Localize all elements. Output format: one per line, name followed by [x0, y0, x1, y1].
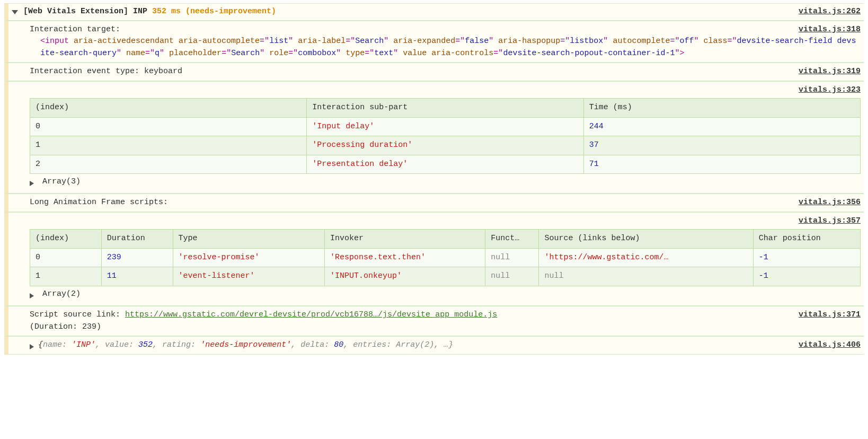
table-cell: 2	[30, 155, 307, 174]
event-type-text: Interaction event type: keyboard	[30, 66, 182, 78]
script-src-url[interactable]: https://www.gstatic.com/devrel-devsite/p…	[125, 310, 497, 319]
source-link[interactable]: vitals.js:371	[788, 309, 861, 333]
column-header[interactable]: (index)	[30, 99, 307, 118]
table-cell: 239	[101, 248, 173, 267]
source-link[interactable]: vitals.js:319	[788, 66, 861, 78]
table-cell: null	[485, 248, 539, 267]
column-header[interactable]: Duration	[101, 230, 173, 249]
column-header[interactable]: Time (ms)	[583, 99, 860, 118]
table-cell: 'https://www.gstatic.com/…	[539, 248, 753, 267]
chevron-down-icon[interactable]	[12, 10, 18, 14]
log-object: {name: 'INP', value: 352, rating: 'needs…	[4, 336, 864, 355]
column-header[interactable]: Interaction sub-part	[307, 99, 583, 118]
group-header-row[interactable]: [Web Vitals Extension] INP 352 ms (needs…	[4, 3, 864, 21]
table-cell: 0	[30, 117, 307, 136]
table-cell: 1	[30, 136, 307, 155]
table-cell: 'resolve-promise'	[173, 248, 324, 267]
table-row: 0'Input delay'244	[30, 117, 861, 136]
source-link[interactable]: vitals.js:318	[788, 24, 861, 36]
array-toggle[interactable]: Array(2)	[30, 288, 81, 301]
array-label: Array(3)	[42, 176, 81, 188]
table-row: 0239'resolve-promise''Response.text.then…	[30, 248, 861, 267]
table-cell: 244	[583, 117, 860, 136]
table-row: 1'Processing duration'37	[30, 136, 861, 155]
table-cell: 11	[101, 267, 173, 286]
table-cell: 71	[583, 155, 860, 174]
chevron-right-icon	[30, 181, 34, 186]
source-link[interactable]: vitals.js:357	[788, 215, 861, 227]
log-laf-label: Long Animation Frame scripts: vitals.js:…	[4, 194, 864, 212]
table-cell: -1	[753, 248, 860, 267]
column-header[interactable]: Invoker	[325, 230, 485, 249]
interaction-target-label: Interaction target:	[30, 24, 120, 36]
column-header[interactable]: Type	[173, 230, 324, 249]
log-script-source: Script source link: https://www.gstatic.…	[4, 306, 864, 336]
laf-table: (index)DurationTypeInvokerFunct…Source (…	[30, 229, 861, 286]
array-toggle[interactable]: Array(3)	[30, 176, 81, 188]
chevron-right-icon[interactable]	[30, 344, 34, 349]
source-link[interactable]: vitals.js:323	[788, 84, 861, 96]
table-cell: -1	[753, 267, 860, 286]
log-interaction-target: Interaction target: vitals.js:318 <input…	[4, 21, 864, 63]
table-cell: null	[539, 267, 753, 286]
source-link[interactable]: vitals.js:262	[788, 6, 861, 18]
table-cell: 'INPUT.onkeyup'	[325, 267, 485, 286]
object-preview[interactable]: {name: 'INP', value: 352, rating: 'needs…	[38, 339, 788, 352]
source-link[interactable]: vitals.js:406	[788, 339, 861, 352]
subparts-table: (index)Interaction sub-partTime (ms)0'In…	[30, 98, 861, 174]
interaction-target-html: <input aria-activedescendant aria-autoco…	[40, 36, 861, 59]
script-src-suffix: (Duration: 239)	[30, 322, 101, 331]
table-cell: 'Processing duration'	[307, 136, 583, 155]
column-header[interactable]: Funct…	[485, 230, 539, 249]
chevron-right-icon	[30, 293, 34, 298]
metric-value: 352 ms (needs-improvement)	[152, 6, 276, 18]
log-event-type: Interaction event type: keyboard vitals.…	[4, 63, 864, 81]
column-header[interactable]: Char position	[753, 230, 860, 249]
column-header[interactable]: (index)	[30, 230, 102, 249]
table-cell: null	[485, 267, 539, 286]
group-prefix: [Web Vitals Extension] INP	[23, 6, 147, 18]
table-cell: 'Input delay'	[307, 117, 583, 136]
log-table-subparts: vitals.js:323 (index)Interaction sub-par…	[4, 81, 864, 194]
script-src-prefix: Script source link:	[30, 310, 125, 319]
source-link[interactable]: vitals.js:356	[788, 197, 861, 209]
array-label: Array(2)	[42, 288, 81, 301]
table-row: 111'event-listener''INPUT.onkeyup'nullnu…	[30, 267, 861, 286]
table-cell: 37	[583, 136, 860, 155]
table-cell: 1	[30, 267, 102, 286]
table-cell: 0	[30, 248, 102, 267]
column-header[interactable]: Source (links below)	[539, 230, 753, 249]
laf-text: Long Animation Frame scripts:	[30, 197, 168, 209]
table-cell: 'event-listener'	[173, 267, 324, 286]
table-cell: 'Response.text.then'	[325, 248, 485, 267]
console-group: [Web Vitals Extension] INP 352 ms (needs…	[4, 3, 864, 355]
table-cell: 'Presentation delay'	[307, 155, 583, 174]
table-row: 2'Presentation delay'71	[30, 155, 861, 174]
log-table-laf: vitals.js:357 (index)DurationTypeInvoker…	[4, 212, 864, 306]
